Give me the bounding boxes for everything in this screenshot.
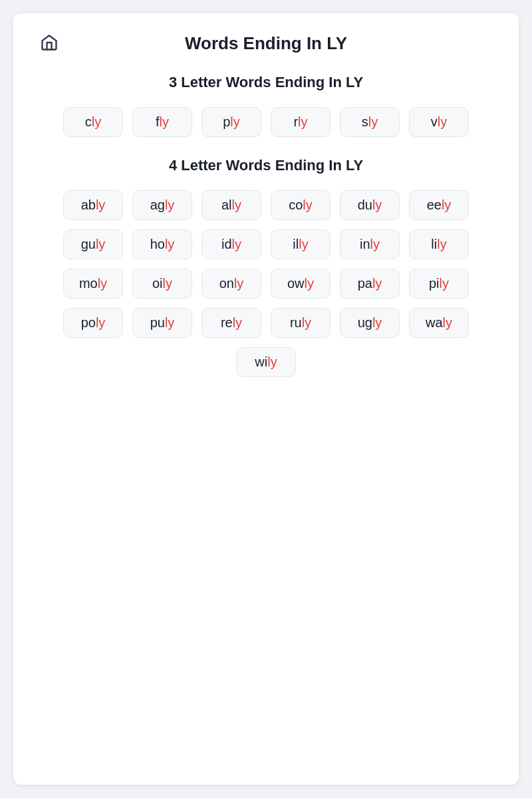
word-card[interactable]: fly [132, 107, 192, 137]
word-card[interactable]: waly [409, 308, 469, 338]
word-prefix: re [221, 315, 233, 330]
word-prefix: ug [358, 315, 372, 330]
word-prefix: wa [426, 315, 443, 330]
page-container: Words Ending In LY 3 Letter Words Ending… [13, 13, 519, 785]
word-suffix: ly [442, 198, 451, 212]
word-prefix: oi [152, 276, 163, 291]
word-card[interactable]: paly [340, 269, 400, 299]
word-card[interactable]: poly [63, 308, 123, 338]
word-card[interactable]: rely [201, 308, 261, 338]
words-grid-three-letter: clyflyplyrlyslyvly [40, 107, 492, 137]
word-suffix: ly [96, 237, 105, 251]
word-prefix: wi [255, 354, 267, 369]
word-card[interactable]: owly [271, 269, 331, 299]
word-card[interactable]: vly [409, 107, 469, 137]
word-card[interactable]: inly [340, 229, 400, 259]
word-card[interactable]: guly [63, 229, 123, 259]
word-suffix: ly [96, 198, 105, 212]
word-card[interactable]: wily [236, 347, 296, 377]
word-suffix: ly [303, 198, 312, 212]
word-suffix: ly [233, 315, 242, 330]
word-card[interactable]: coly [271, 190, 331, 220]
word-card[interactable]: idly [201, 229, 261, 259]
word-suffix: ly [232, 198, 241, 212]
word-prefix: ow [287, 276, 305, 291]
word-suffix: ly [305, 276, 314, 291]
word-prefix: li [431, 237, 437, 251]
word-prefix: p [223, 114, 230, 129]
word-suffix: ly [98, 276, 107, 291]
word-prefix: on [219, 276, 234, 291]
word-prefix: gu [81, 237, 96, 251]
word-suffix: ly [163, 276, 172, 291]
word-card[interactable]: holy [132, 229, 192, 259]
word-prefix: v [431, 114, 438, 129]
word-suffix: ly [232, 237, 241, 251]
word-prefix: ho [150, 237, 165, 251]
word-card[interactable]: rly [271, 107, 331, 137]
word-card[interactable]: only [201, 269, 261, 299]
word-suffix: ly [299, 237, 308, 251]
word-suffix: ly [440, 276, 449, 291]
word-prefix: pu [150, 315, 165, 330]
word-card[interactable]: ally [201, 190, 261, 220]
word-suffix: ly [165, 237, 174, 251]
word-suffix: ly [267, 354, 277, 369]
word-suffix: ly [370, 237, 380, 251]
word-suffix: ly [437, 237, 446, 251]
word-card[interactable]: cly [63, 107, 123, 137]
section-title-three-letter: 3 Letter Words Ending In LY [40, 74, 492, 91]
word-card[interactable]: ugly [340, 308, 400, 338]
word-suffix: ly [230, 114, 239, 129]
word-suffix: ly [438, 114, 447, 129]
word-suffix: ly [372, 315, 382, 330]
word-prefix: pa [358, 276, 372, 291]
word-suffix: ly [372, 276, 382, 291]
word-prefix: c [85, 114, 92, 129]
word-prefix: mo [79, 276, 98, 291]
word-prefix: du [358, 198, 372, 212]
word-card[interactable]: moly [63, 269, 123, 299]
word-suffix: ly [165, 198, 174, 212]
word-suffix: ly [368, 114, 378, 129]
word-prefix: po [81, 315, 96, 330]
word-suffix: ly [372, 198, 382, 212]
word-suffix: ly [165, 315, 174, 330]
word-prefix: ru [290, 315, 302, 330]
word-prefix: pi [429, 276, 440, 291]
word-suffix: ly [96, 315, 105, 330]
word-suffix: ly [92, 114, 101, 129]
word-prefix: co [289, 198, 303, 212]
word-card[interactable]: lily [409, 229, 469, 259]
words-grid-four-letter: ablyaglyallycolydulyeelygulyholyidlyilly… [40, 190, 492, 377]
word-suffix: ly [302, 315, 311, 330]
word-prefix: ag [150, 198, 165, 212]
word-prefix: in [360, 237, 370, 251]
word-card[interactable]: sly [340, 107, 400, 137]
word-card[interactable]: agly [132, 190, 192, 220]
word-prefix: id [221, 237, 232, 251]
word-prefix: al [221, 198, 232, 212]
word-card[interactable]: eely [409, 190, 469, 220]
word-prefix: s [362, 114, 368, 129]
word-suffix: ly [443, 315, 452, 330]
word-card[interactable]: ply [201, 107, 261, 137]
home-icon[interactable] [40, 33, 59, 55]
word-card[interactable]: pily [409, 269, 469, 299]
word-suffix: ly [160, 114, 169, 129]
word-prefix: il [293, 237, 299, 251]
sections-container: 3 Letter Words Ending In LYclyflyplyrlys… [40, 74, 492, 377]
word-suffix: ly [234, 276, 243, 291]
word-card[interactable]: puly [132, 308, 192, 338]
page-title: Words Ending In LY [40, 33, 492, 54]
word-card[interactable]: oily [132, 269, 192, 299]
header: Words Ending In LY [40, 33, 492, 54]
word-card[interactable]: illy [271, 229, 331, 259]
word-card[interactable]: duly [340, 190, 400, 220]
word-prefix: ab [81, 198, 96, 212]
word-suffix: ly [298, 114, 307, 129]
word-prefix: ee [427, 198, 442, 212]
word-card[interactable]: ruly [271, 308, 331, 338]
section-title-four-letter: 4 Letter Words Ending In LY [40, 157, 492, 174]
word-card[interactable]: ably [63, 190, 123, 220]
